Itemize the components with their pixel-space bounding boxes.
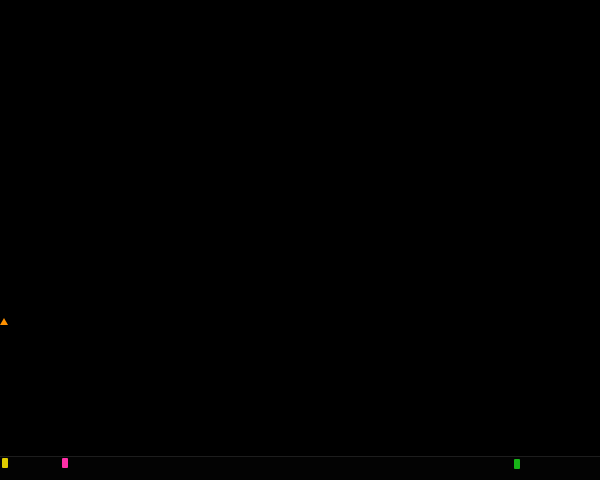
time-axis	[0, 322, 600, 340]
c1-channel-badge[interactable]	[2, 458, 8, 468]
waveform-display[interactable]	[0, 0, 600, 320]
hd-mode-badge[interactable]	[514, 459, 520, 469]
trigger-position-marker[interactable]	[0, 318, 8, 325]
channel-c1-descriptor[interactable]	[2, 458, 11, 477]
oscilloscope-screen	[0, 0, 600, 480]
channel-c2-descriptor[interactable]	[62, 458, 71, 477]
histicon-strip[interactable]	[0, 430, 600, 456]
brand-logo	[3, 2, 6, 9]
bottom-bar	[0, 456, 600, 480]
c2-channel-badge[interactable]	[62, 458, 68, 468]
